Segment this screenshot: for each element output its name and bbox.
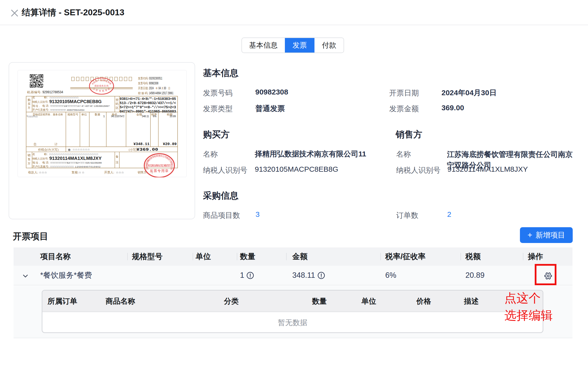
svg-text:6%: 6%	[153, 115, 156, 118]
svg-text:1: 1	[103, 115, 105, 118]
svg-text:开户行及账号:: 开户行及账号:	[32, 108, 49, 111]
svg-text:统: 统	[95, 80, 98, 83]
svg-text:区: 区	[116, 106, 119, 110]
svg-text:91320114MA1XLM8JXY: 91320114MA1XLM8JXY	[148, 164, 171, 168]
svg-text:□□□□□□□: □□□□□□□	[73, 148, 89, 151]
svg-text:□□: □□	[79, 171, 84, 174]
svg-text:开票人:: 开票人:	[104, 171, 114, 174]
svg-text:国家税务总局: 国家税务总局	[94, 85, 109, 87]
svg-text:数量: 数量	[95, 113, 101, 116]
svg-text:发: 发	[100, 79, 103, 81]
svg-text:价税合计(大写): 价税合计(大写)	[38, 148, 58, 151]
svg-text:14589 44994 12517 29661: 14589 44994 12517 29661	[149, 91, 173, 95]
svg-text:规格型号: 规格型号	[68, 113, 78, 116]
svg-text:名称:: 名称:	[32, 153, 48, 156]
svg-text:032002300511: 032002300511	[149, 76, 162, 80]
svg-text:929912788534: 929912788534	[42, 90, 63, 94]
svg-text:⊗: ⊗	[68, 148, 71, 152]
svg-text:买: 买	[28, 102, 31, 106]
svg-text:20.89: 20.89	[170, 115, 176, 118]
svg-text:省: 省	[99, 90, 101, 92]
svg-text:30: 30	[164, 86, 166, 90]
svg-text:方: 方	[28, 106, 31, 110]
svg-text:91320114MA1XLM8JXY: 91320114MA1XLM8JXY	[49, 156, 102, 161]
svg-text:□□□□□□□□□19□□□□□□□A□ 4□ 407-8□: □□□□□□□□□19□□□□□□□A□ 4□ 407-8□ 135399158…	[50, 105, 110, 107]
svg-text:地 址 、 电 话:: 地 址 、 电 话:	[32, 104, 49, 107]
svg-text:*□□□□*□□: *□□□□*□□	[27, 115, 37, 118]
svg-text:开票日期:: 开票日期:	[138, 87, 148, 90]
svg-text:发票号码:: 发票号码:	[138, 82, 148, 85]
svg-text:0381>4><71-4<9/*-1+510383+85: 0381>4><71-4<9/*-1+510383+85	[120, 97, 176, 101]
svg-text:方: 方	[28, 162, 31, 165]
svg-text:码: 码	[116, 102, 119, 106]
svg-text:月: 月	[162, 87, 164, 90]
svg-text:单位: 单位	[81, 113, 87, 116]
svg-text:发票专用章: 发票专用章	[150, 169, 169, 173]
svg-text:□□□: □□□	[116, 171, 123, 174]
svg-text:密: 密	[116, 98, 119, 102]
svg-text:348.1132075472: 348.1132075472	[111, 115, 124, 118]
svg-text:513-/2<9-6728>9832/437/++1/<: 513-/2<9-6728>9832/437/++1/<	[120, 101, 176, 105]
svg-text:机器编号:: 机器编号:	[27, 91, 41, 94]
svg-text:348.11: 348.11	[142, 115, 149, 118]
svg-text:□□□□□□□□□□□□□ 125909907010902: □□□□□□□□□□□□□ 125909907010902	[50, 165, 100, 168]
svg-text:¥20.89: ¥20.89	[163, 142, 177, 146]
svg-text:(小写): (小写)	[129, 148, 137, 151]
svg-text:销售方: 销售方	[138, 171, 147, 174]
svg-text:□□□□□□□□□□□□□□: □□□□□□□□□□□□□□	[50, 96, 78, 99]
svg-text:票: 票	[103, 79, 106, 82]
svg-text:合计: 合计	[34, 142, 58, 146]
svg-text:注: 注	[116, 161, 119, 164]
svg-text:□□□□□□□□□□□52□□□□52+□□□ 025-52: □□□□□□□□□□□52□□□□52+□□□ 025-52239288	[50, 161, 102, 164]
svg-text:购: 购	[28, 98, 31, 102]
svg-text:一: 一	[98, 79, 100, 82]
svg-text:税: 税	[102, 90, 104, 92]
svg-text:售: 售	[28, 158, 31, 161]
svg-text:纳税人识别号:: 纳税人识别号:	[32, 157, 49, 160]
svg-text:年: 年	[156, 87, 158, 90]
svg-text:地 址 、 电 话:: 地 址 、 电 话:	[32, 161, 49, 164]
svg-text:金额: 金额	[136, 113, 142, 116]
svg-text:收款人:: 收款人:	[28, 171, 38, 174]
svg-text:04: 04	[159, 86, 161, 90]
svg-text:校 验 码:: 校 验 码:	[138, 92, 148, 95]
svg-text:¥369.00: ¥369.00	[136, 147, 158, 152]
svg-text:□□□□□□□□□□□□□□□□□□□□□□: □□□□□□□□□□□□□□□□□□□□□□	[49, 153, 98, 156]
svg-text:¥348.11: ¥348.11	[133, 142, 149, 146]
svg-text:90982308: 90982308	[149, 81, 158, 85]
svg-text:销: 销	[27, 153, 31, 157]
svg-text:□□□□□□□□□□ 465079541654: □□□□□□□□□□ 465079541654	[50, 109, 84, 111]
svg-text:苏: 苏	[95, 89, 98, 92]
svg-text:名称:: 名称:	[32, 96, 48, 99]
svg-text:发票代码:: 发票代码:	[138, 77, 148, 80]
svg-text:备: 备	[116, 155, 119, 158]
svg-text:开户行及账号:: 开户行及账号:	[32, 165, 49, 168]
svg-text:91320105MACPC8EB8G: 91320105MACPC8EB8G	[49, 99, 102, 104]
svg-text:复核:: 复核:	[72, 171, 78, 174]
svg-text:5<72>>1*7*0*><0-*//>><75>2<3: 5<72>>1*7*0*><0-*//>><75>2<3	[120, 105, 176, 110]
svg-text:纳税人识别号:: 纳税人识别号:	[32, 100, 49, 103]
svg-text:日: 日	[168, 87, 170, 90]
svg-text:□□□: □□□	[39, 171, 46, 174]
svg-text:2024: 2024	[149, 86, 154, 90]
